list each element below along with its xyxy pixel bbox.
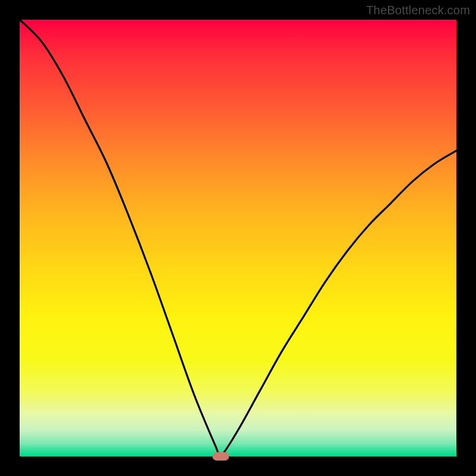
chart-frame: TheBottleneck.com: [0, 0, 476, 476]
plot-area: [20, 20, 456, 456]
optimal-marker: [212, 452, 229, 461]
attribution-label: TheBottleneck.com: [366, 4, 470, 17]
